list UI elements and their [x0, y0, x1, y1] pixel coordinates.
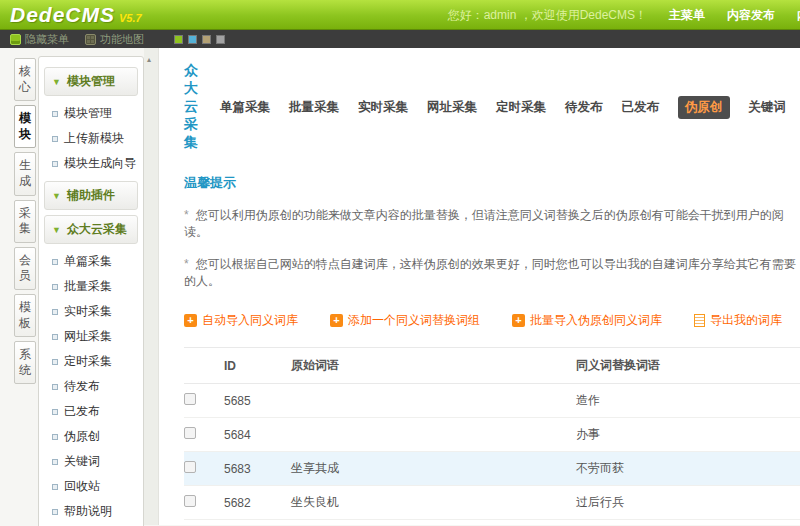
plus-icon: + [512, 314, 525, 327]
module-tab-伪原创[interactable]: 伪原创 [678, 96, 730, 119]
logo-version: V5.7 [119, 12, 142, 24]
plus-icon: + [184, 314, 197, 327]
menu-item-label: 模块管理 [64, 105, 112, 122]
function-map-button[interactable]: 功能地图 [85, 32, 144, 47]
skin-square-3[interactable] [216, 35, 225, 44]
menu-item-批量采集[interactable]: 批量采集 [43, 274, 139, 299]
bullet-icon [52, 161, 58, 167]
chevron-down-icon: ▼ [52, 191, 61, 201]
cell-id: 5684 [224, 418, 291, 452]
menu-item-定时采集[interactable]: 定时采集 [43, 349, 139, 374]
menu-item-上传新模块[interactable]: 上传新模块 [43, 126, 139, 151]
hide-menu-icon [10, 34, 21, 45]
menu-item-模块管理[interactable]: 模块管理 [43, 101, 139, 126]
bullet-icon [52, 334, 58, 340]
bullet-icon [52, 259, 58, 265]
welcome-text: 您好：admin ，欢迎使用DedeCMS！ [448, 7, 647, 24]
checkbox-cell [184, 486, 224, 520]
bullet-icon [52, 459, 58, 465]
sidebar-tab-核心[interactable]: 核 心 [14, 58, 36, 101]
function-map-icon [85, 34, 96, 45]
module-tab-定时采集[interactable]: 定时采集 [496, 99, 546, 116]
sidebar-tab-采集[interactable]: 采 集 [14, 200, 36, 243]
action-link-2[interactable]: +批量导入伪原创同义词库 [512, 312, 662, 329]
skin-square-0[interactable] [174, 35, 183, 44]
header-checkbox-column [184, 348, 224, 384]
row-checkbox[interactable] [184, 495, 196, 507]
sidebar-tab-模块[interactable]: 模 块 [14, 105, 36, 148]
cell-replacement-word: 下狱 [576, 520, 800, 526]
checkbox-cell [184, 520, 224, 526]
checkbox-cell [184, 452, 224, 486]
sidebar-divider-strip: ▴ [144, 48, 159, 525]
tip-line-0: *您可以利用伪原创的功能来做文章内容的批量替换，但请注意同义词替换之后的伪原创有… [184, 207, 800, 241]
chevron-down-icon: ▼ [52, 77, 61, 87]
menu-item-模块生成向导[interactable]: 模块生成向导 [43, 151, 139, 176]
row-checkbox[interactable] [184, 461, 196, 473]
module-tab-网址采集[interactable]: 网址采集 [427, 99, 477, 116]
menu-section-模块管理[interactable]: ▼模块管理 [44, 67, 138, 96]
header-nav-item-0[interactable]: 主菜单 [669, 7, 705, 24]
action-link-0[interactable]: +自动导入同义词库 [184, 312, 298, 329]
menu-item-实时采集[interactable]: 实时采集 [43, 299, 139, 324]
menu-item-待发布[interactable]: 待发布 [43, 374, 139, 399]
action-link-3[interactable]: 导出我的词库 [694, 312, 782, 329]
menu-item-单篇采集[interactable]: 单篇采集 [43, 249, 139, 274]
row-checkbox[interactable] [184, 393, 196, 405]
menu-item-网址采集[interactable]: 网址采集 [43, 324, 139, 349]
action-link-1[interactable]: +添加一个同义词替换词组 [330, 312, 480, 329]
menu-section-title: 模块管理 [67, 73, 115, 90]
chevron-down-icon: ▼ [52, 225, 61, 235]
menu-item-已发布[interactable]: 已发布 [43, 399, 139, 424]
action-label: 导出我的词库 [710, 312, 782, 329]
logo-text: DedeCMS [10, 3, 115, 27]
cell-original-word: 坐享其成 [291, 452, 576, 486]
sidebar-tab-会员[interactable]: 会 员 [14, 247, 36, 290]
menu-section-辅助插件[interactable]: ▼辅助插件 [44, 181, 138, 210]
sidebar-tab-系统[interactable]: 系 统 [14, 341, 36, 384]
sidebar-tab-生成[interactable]: 生 成 [14, 152, 36, 195]
tips-panel: 温馨提示 *您可以利用伪原创的功能来做文章内容的批量替换，但请注意同义词替换之后… [184, 174, 800, 296]
module-tab-批量采集[interactable]: 批量采集 [289, 99, 339, 116]
skin-square-2[interactable] [202, 35, 211, 44]
skin-switcher [174, 35, 225, 44]
sidebar-tab-模板[interactable]: 模 板 [14, 294, 36, 337]
sidebar-vertical-tabs: 核 心模 块生 成采 集会 员模 板系 统 [0, 48, 38, 525]
cell-replacement-word: 办事 [576, 418, 800, 452]
bullet-star: * [184, 257, 189, 271]
module-tab-实时采集[interactable]: 实时采集 [358, 99, 408, 116]
export-icon [694, 314, 705, 327]
skin-square-1[interactable] [188, 35, 197, 44]
module-tab-待发布[interactable]: 待发布 [565, 99, 603, 116]
table-row: 5682坐失良机过后行兵 [184, 486, 800, 520]
tips-title: 温馨提示 [184, 174, 800, 192]
module-tab-已发布[interactable]: 已发布 [622, 99, 660, 116]
menu-item-关键词[interactable]: 关键词 [43, 449, 139, 474]
menu-section-众大云采集[interactable]: ▼众大云采集 [44, 215, 138, 244]
synonym-table: ID原始词语同义词替换词语 5685造作5684办事5683坐享其成不劳而获56… [184, 347, 800, 525]
page-title: 众大云采集 [184, 62, 198, 152]
cell-id: 5683 [224, 452, 291, 486]
cell-id: 5682 [224, 486, 291, 520]
menu-item-label: 单篇采集 [64, 253, 112, 270]
menu-item-回收站[interactable]: 回收站 [43, 474, 139, 499]
menu-section-title: 众大云采集 [67, 221, 127, 238]
table-row: 5684办事 [184, 418, 800, 452]
module-tab-关键词[interactable]: 关键词 [749, 99, 787, 116]
hide-menu-button[interactable]: 隐藏菜单 [10, 32, 69, 47]
bullet-icon [52, 309, 58, 315]
tip-line-1: *您可以根据自己网站的特点自建词库，这样伪原创的效果更好，同时您也可以导出我的自… [184, 256, 800, 290]
quick-toolbar: 隐藏菜单 功能地图 [0, 30, 800, 48]
actions-row: +自动导入同义词库+添加一个同义词替换词组+批量导入伪原创同义词库导出我的词库−… [184, 296, 800, 343]
column-header-原始词语: 原始词语 [291, 348, 576, 384]
cell-replacement-word: 不劳而获 [576, 452, 800, 486]
collapse-sidebar-handle[interactable]: ▴ [147, 55, 151, 64]
menu-item-伪原创[interactable]: 伪原创 [43, 424, 139, 449]
header-nav-item-1[interactable]: 内容发布 [727, 7, 775, 24]
table-row: 5681坐牢下狱 [184, 520, 800, 526]
menu-item-label: 定时采集 [64, 353, 112, 370]
menu-item-帮助说明[interactable]: 帮助说明 [43, 499, 139, 524]
bullet-icon [52, 284, 58, 290]
module-tab-单篇采集[interactable]: 单篇采集 [220, 99, 270, 116]
row-checkbox[interactable] [184, 427, 196, 439]
